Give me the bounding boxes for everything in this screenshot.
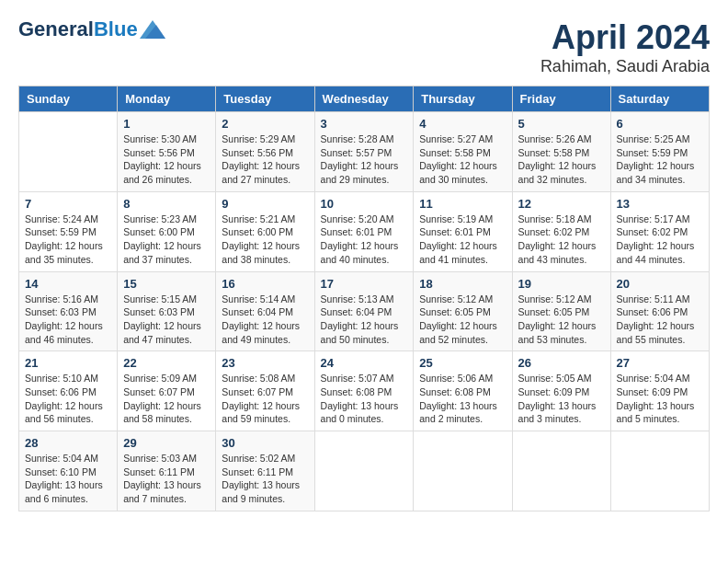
day-info: Sunrise: 5:17 AM Sunset: 6:02 PM Dayligh… <box>617 213 703 267</box>
weekday-header-friday: Friday <box>512 86 610 112</box>
day-number: 7 <box>25 197 111 211</box>
day-cell: 13Sunrise: 5:17 AM Sunset: 6:02 PM Dayli… <box>610 191 709 271</box>
weekday-header-tuesday: Tuesday <box>216 86 314 112</box>
day-cell: 19Sunrise: 5:12 AM Sunset: 6:05 PM Dayli… <box>512 271 610 351</box>
week-row-1: 1Sunrise: 5:30 AM Sunset: 5:56 PM Daylig… <box>19 112 710 192</box>
day-info: Sunrise: 5:11 AM Sunset: 6:06 PM Dayligh… <box>617 293 703 347</box>
day-number: 21 <box>25 356 111 370</box>
day-cell: 17Sunrise: 5:13 AM Sunset: 6:04 PM Dayli… <box>314 271 414 351</box>
location-title: Rahimah, Saudi Arabia <box>540 57 710 76</box>
day-cell <box>610 431 709 511</box>
logo-icon <box>140 20 165 39</box>
week-row-3: 14Sunrise: 5:16 AM Sunset: 6:03 PM Dayli… <box>19 271 710 351</box>
day-cell: 8Sunrise: 5:23 AM Sunset: 6:00 PM Daylig… <box>118 191 216 271</box>
day-number: 27 <box>617 356 703 370</box>
weekday-header-saturday: Saturday <box>610 86 709 112</box>
day-number: 29 <box>123 436 210 450</box>
day-cell: 25Sunrise: 5:06 AM Sunset: 6:08 PM Dayli… <box>414 351 512 431</box>
day-number: 4 <box>419 117 506 131</box>
day-cell: 16Sunrise: 5:14 AM Sunset: 6:04 PM Dayli… <box>216 271 314 351</box>
day-info: Sunrise: 5:04 AM Sunset: 6:09 PM Dayligh… <box>617 372 703 426</box>
day-cell: 11Sunrise: 5:19 AM Sunset: 6:01 PM Dayli… <box>414 191 512 271</box>
day-number: 2 <box>222 117 308 131</box>
day-number: 12 <box>518 197 605 211</box>
day-info: Sunrise: 5:30 AM Sunset: 5:56 PM Dayligh… <box>123 132 210 187</box>
day-info: Sunrise: 5:12 AM Sunset: 6:05 PM Dayligh… <box>419 293 506 347</box>
day-info: Sunrise: 5:06 AM Sunset: 6:08 PM Dayligh… <box>419 372 506 426</box>
day-info: Sunrise: 5:08 AM Sunset: 6:07 PM Dayligh… <box>222 372 308 426</box>
day-number: 18 <box>419 277 506 291</box>
day-info: Sunrise: 5:19 AM Sunset: 6:01 PM Dayligh… <box>419 213 506 267</box>
day-number: 22 <box>123 356 210 370</box>
day-number: 6 <box>617 117 703 131</box>
day-number: 20 <box>617 277 703 291</box>
day-number: 11 <box>419 197 506 211</box>
logo: GeneralBlue <box>18 18 165 40</box>
header: GeneralBlue April 2024 Rahimah, Saudi Ar… <box>18 18 710 76</box>
title-area: April 2024 Rahimah, Saudi Arabia <box>540 18 710 76</box>
day-cell: 3Sunrise: 5:28 AM Sunset: 5:57 PM Daylig… <box>314 112 414 192</box>
day-info: Sunrise: 5:28 AM Sunset: 5:57 PM Dayligh… <box>321 132 408 187</box>
day-cell: 10Sunrise: 5:20 AM Sunset: 6:01 PM Dayli… <box>314 191 414 271</box>
day-info: Sunrise: 5:29 AM Sunset: 5:56 PM Dayligh… <box>222 132 308 187</box>
day-cell: 20Sunrise: 5:11 AM Sunset: 6:06 PM Dayli… <box>610 271 709 351</box>
day-number: 25 <box>419 356 506 370</box>
day-number: 9 <box>222 197 308 211</box>
day-info: Sunrise: 5:13 AM Sunset: 6:04 PM Dayligh… <box>321 293 408 347</box>
day-info: Sunrise: 5:18 AM Sunset: 6:02 PM Dayligh… <box>518 213 605 267</box>
weekday-header-monday: Monday <box>118 86 216 112</box>
day-number: 30 <box>222 436 308 450</box>
day-cell: 23Sunrise: 5:08 AM Sunset: 6:07 PM Dayli… <box>216 351 314 431</box>
day-number: 15 <box>123 277 210 291</box>
day-number: 3 <box>321 117 408 131</box>
day-info: Sunrise: 5:10 AM Sunset: 6:06 PM Dayligh… <box>25 372 111 426</box>
day-cell: 14Sunrise: 5:16 AM Sunset: 6:03 PM Dayli… <box>19 271 118 351</box>
day-number: 10 <box>321 197 408 211</box>
day-info: Sunrise: 5:25 AM Sunset: 5:59 PM Dayligh… <box>617 132 703 187</box>
day-number: 13 <box>617 197 703 211</box>
day-cell: 30Sunrise: 5:02 AM Sunset: 6:11 PM Dayli… <box>216 431 314 511</box>
weekday-header-sunday: Sunday <box>19 86 118 112</box>
day-info: Sunrise: 5:07 AM Sunset: 6:08 PM Dayligh… <box>321 372 408 426</box>
day-cell <box>512 431 610 511</box>
day-info: Sunrise: 5:09 AM Sunset: 6:07 PM Dayligh… <box>123 372 210 426</box>
day-cell: 24Sunrise: 5:07 AM Sunset: 6:08 PM Dayli… <box>314 351 414 431</box>
header-row: SundayMondayTuesdayWednesdayThursdayFrid… <box>19 86 710 112</box>
day-number: 16 <box>222 277 308 291</box>
day-number: 26 <box>518 356 605 370</box>
day-cell: 15Sunrise: 5:15 AM Sunset: 6:03 PM Dayli… <box>118 271 216 351</box>
day-info: Sunrise: 5:27 AM Sunset: 5:58 PM Dayligh… <box>419 132 506 187</box>
month-title: April 2024 <box>540 18 710 57</box>
day-info: Sunrise: 5:20 AM Sunset: 6:01 PM Dayligh… <box>321 213 408 267</box>
day-cell: 21Sunrise: 5:10 AM Sunset: 6:06 PM Dayli… <box>19 351 118 431</box>
day-cell: 2Sunrise: 5:29 AM Sunset: 5:56 PM Daylig… <box>216 112 314 192</box>
day-cell: 6Sunrise: 5:25 AM Sunset: 5:59 PM Daylig… <box>610 112 709 192</box>
weekday-header-wednesday: Wednesday <box>314 86 414 112</box>
week-row-5: 28Sunrise: 5:04 AM Sunset: 6:10 PM Dayli… <box>19 431 710 511</box>
day-cell: 26Sunrise: 5:05 AM Sunset: 6:09 PM Dayli… <box>512 351 610 431</box>
day-number: 14 <box>25 277 111 291</box>
day-cell: 18Sunrise: 5:12 AM Sunset: 6:05 PM Dayli… <box>414 271 512 351</box>
day-info: Sunrise: 5:15 AM Sunset: 6:03 PM Dayligh… <box>123 293 210 347</box>
day-info: Sunrise: 5:21 AM Sunset: 6:00 PM Dayligh… <box>222 213 308 267</box>
week-row-2: 7Sunrise: 5:24 AM Sunset: 5:59 PM Daylig… <box>19 191 710 271</box>
day-cell <box>314 431 414 511</box>
day-cell: 22Sunrise: 5:09 AM Sunset: 6:07 PM Dayli… <box>118 351 216 431</box>
day-cell: 7Sunrise: 5:24 AM Sunset: 5:59 PM Daylig… <box>19 191 118 271</box>
day-number: 1 <box>123 117 210 131</box>
day-cell: 4Sunrise: 5:27 AM Sunset: 5:58 PM Daylig… <box>414 112 512 192</box>
day-info: Sunrise: 5:23 AM Sunset: 6:00 PM Dayligh… <box>123 213 210 267</box>
week-row-4: 21Sunrise: 5:10 AM Sunset: 6:06 PM Dayli… <box>19 351 710 431</box>
day-info: Sunrise: 5:14 AM Sunset: 6:04 PM Dayligh… <box>222 293 308 347</box>
logo-text: GeneralBlue <box>18 18 138 40</box>
day-cell <box>414 431 512 511</box>
day-cell: 9Sunrise: 5:21 AM Sunset: 6:00 PM Daylig… <box>216 191 314 271</box>
day-number: 28 <box>25 436 111 450</box>
day-cell: 28Sunrise: 5:04 AM Sunset: 6:10 PM Dayli… <box>19 431 118 511</box>
day-number: 19 <box>518 277 605 291</box>
day-info: Sunrise: 5:24 AM Sunset: 5:59 PM Dayligh… <box>25 213 111 267</box>
day-number: 17 <box>321 277 408 291</box>
day-cell: 29Sunrise: 5:03 AM Sunset: 6:11 PM Dayli… <box>118 431 216 511</box>
day-cell: 12Sunrise: 5:18 AM Sunset: 6:02 PM Dayli… <box>512 191 610 271</box>
day-cell: 27Sunrise: 5:04 AM Sunset: 6:09 PM Dayli… <box>610 351 709 431</box>
